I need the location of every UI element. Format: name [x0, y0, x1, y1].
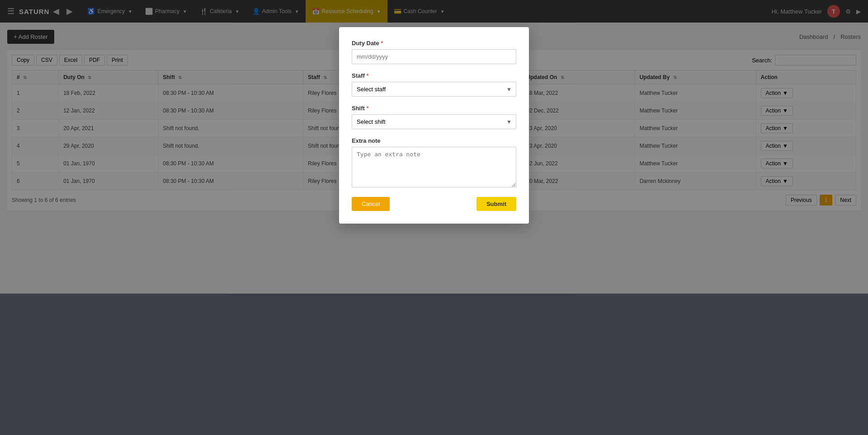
staff-label: Staff * [352, 72, 516, 79]
staff-select-wrap: Select staff ▼ [352, 82, 516, 97]
required-marker: * [367, 72, 369, 79]
shift-select[interactable]: Select shift [352, 114, 516, 129]
duty-date-field: Duty Date * [352, 40, 516, 64]
submit-button[interactable]: Submit [476, 197, 516, 211]
modal-footer: Cancel Submit [352, 197, 516, 211]
modal-overlay: Duty Date * Staff * Select staff ▼ Shift… [0, 0, 868, 435]
duty-date-input[interactable] [352, 49, 516, 64]
add-roster-modal: Duty Date * Staff * Select staff ▼ Shift… [339, 27, 529, 224]
staff-select[interactable]: Select staff [352, 82, 516, 97]
extra-note-textarea[interactable] [352, 147, 516, 187]
staff-field: Staff * Select staff ▼ [352, 72, 516, 97]
extra-note-field: Extra note [352, 137, 516, 189]
extra-note-label: Extra note [352, 137, 516, 144]
duty-date-label: Duty Date * [352, 40, 516, 47]
shift-field: Shift * Select shift ▼ [352, 105, 516, 129]
required-marker: * [381, 40, 383, 47]
shift-select-wrap: Select shift ▼ [352, 114, 516, 129]
required-marker: * [367, 105, 369, 112]
shift-label: Shift * [352, 105, 516, 112]
cancel-button[interactable]: Cancel [352, 197, 390, 211]
